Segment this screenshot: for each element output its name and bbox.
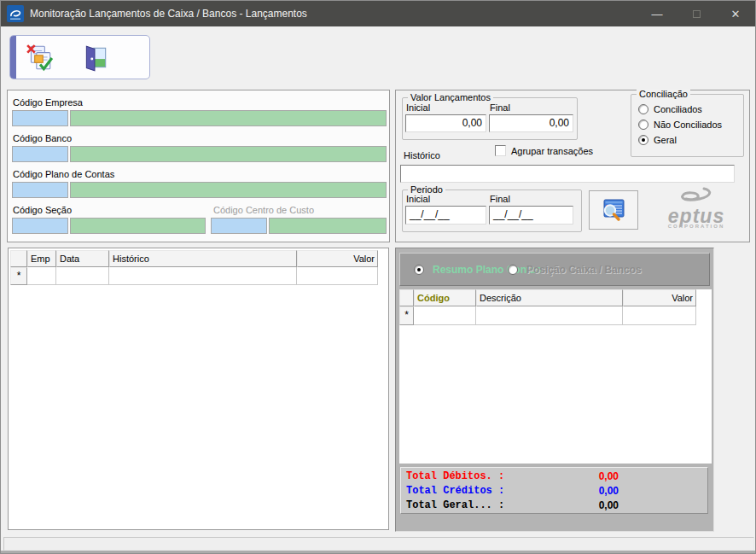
radio-conciliados[interactable]: [638, 104, 648, 114]
toolbar: [9, 35, 150, 79]
historico-label: Histórico: [404, 150, 440, 160]
app-logo-icon: [7, 5, 24, 22]
radio-nao-conciliados[interactable]: [638, 120, 648, 130]
total-creditos-value: 0,00: [550, 485, 619, 497]
resumo-cell-valor[interactable]: [623, 306, 696, 325]
total-debitos-value: 0,00: [550, 470, 619, 482]
empresa-desc-field[interactable]: [70, 110, 387, 126]
radio-nao-conciliados-label[interactable]: Não Conciliados: [654, 120, 722, 130]
centro-custo-label: Código Centro de Custo: [213, 205, 314, 215]
titlebar: Monitoração Lançamentos de Caixa / Banco…: [1, 1, 755, 26]
grid-cell-historico[interactable]: [109, 267, 297, 285]
tab-posicao-caixa-bancos[interactable]: Posição Caixa / Bancos: [526, 264, 642, 276]
grid-selector-header: [10, 250, 27, 267]
centro-custo-desc-field[interactable]: [269, 218, 387, 234]
centro-custo-code-field[interactable]: [211, 218, 267, 234]
maximize-icon: [693, 10, 701, 18]
resumo-selector-header: [399, 289, 414, 306]
plano-contas-label: Código Plano de Contas: [13, 169, 114, 179]
criteria-panel: Valor Lançamentos Inicial Final 0,00 0,0…: [395, 90, 750, 242]
grid-header-historico: Histórico: [109, 250, 297, 267]
grid-cell-data[interactable]: [56, 267, 109, 285]
periodo-final-label: Final: [490, 194, 510, 204]
agrupar-checkbox[interactable]: [495, 145, 506, 156]
resumo-panel: Resumo Plano Contas Posição Caixa / Banc…: [395, 248, 714, 532]
grid-header-valor: Valor: [297, 250, 378, 267]
eptus-logo: eptus CORPORATION: [652, 186, 741, 232]
radio-geral[interactable]: [638, 135, 648, 145]
periodo-final-input[interactable]: __/__/__: [489, 206, 573, 225]
radio-posicao-caixa-bancos[interactable]: [508, 265, 518, 275]
lancamentos-grid-panel: Emp Data Histórico Valor *: [8, 248, 389, 530]
exit-button[interactable]: [80, 43, 111, 73]
window-title: Monitoração Lançamentos de Caixa / Banco…: [30, 8, 307, 20]
periodo-inicial-label: Inicial: [406, 194, 430, 204]
view-toggle-bar: Resumo Plano Contas Posição Caixa / Banc…: [399, 253, 710, 286]
window-bottom-edge: [1, 551, 756, 554]
valor-final-label: Final: [490, 102, 510, 113]
search-list-icon: [600, 198, 627, 222]
periodo-group: Periodo Inicial Final __/__/__ __/__/__: [402, 190, 582, 232]
total-geral-label: Total Geral... :: [406, 499, 504, 514]
resumo-header-descricao: Descrição: [476, 289, 623, 306]
process-documents-icon: [25, 44, 54, 73]
radio-resumo-plano-contas[interactable]: [414, 265, 424, 275]
valor-lancamentos-legend: Valor Lançamentos: [408, 92, 493, 102]
grid-cell-emp[interactable]: [27, 267, 56, 285]
historico-input[interactable]: [400, 165, 735, 183]
secao-code-field[interactable]: [12, 218, 68, 234]
empresa-code-field[interactable]: [12, 110, 68, 126]
valor-final-input[interactable]: 0,00: [489, 114, 573, 132]
minimize-button[interactable]: —: [637, 1, 677, 26]
periodo-inicial-input[interactable]: __/__/__: [405, 206, 486, 225]
status-bar: [3, 537, 754, 551]
eptus-subtitle-text: CORPORATION: [652, 224, 741, 229]
maximize-button[interactable]: [677, 1, 716, 26]
search-preview-button[interactable]: [589, 190, 638, 230]
agrupar-label[interactable]: Agrupar transações: [511, 146, 593, 156]
banco-label: Código Banco: [13, 133, 72, 143]
total-geral-value: 0,00: [550, 499, 619, 511]
close-button[interactable]: ✕: [716, 1, 755, 26]
filter-panel: Código Empresa Código Banco Código Plano…: [7, 90, 390, 242]
radio-geral-label[interactable]: Geral: [654, 135, 677, 145]
plano-code-field[interactable]: [12, 182, 68, 198]
resumo-new-row-marker: *: [399, 306, 414, 325]
window-controls: — ✕: [637, 1, 755, 26]
grid-cell-valor[interactable]: [297, 267, 378, 285]
eptus-swoosh-icon: [677, 186, 716, 205]
eptus-brand-text: eptus: [652, 208, 741, 224]
banco-code-field[interactable]: [12, 146, 68, 162]
resumo-header-codigo: Código: [414, 289, 476, 306]
grid-header-data: Data: [56, 250, 109, 267]
total-creditos-label: Total Créditos :: [406, 485, 504, 499]
secao-desc-field[interactable]: [70, 218, 206, 234]
total-debitos-label: Total Débitos. :: [406, 470, 504, 485]
grid-header-emp: Emp: [27, 250, 56, 267]
toolbar-grip[interactable]: [10, 36, 16, 79]
valor-inicial-input[interactable]: 0,00: [405, 114, 486, 132]
conciliacao-group: Conciliação Conciliados Não Conciliados …: [631, 94, 744, 157]
secao-label: Código Seção: [13, 205, 72, 215]
banco-desc-field[interactable]: [70, 146, 387, 162]
totals-box: Total Débitos. : 0,00 Total Créditos : 0…: [400, 467, 708, 514]
resumo-cell-descricao[interactable]: [476, 306, 623, 325]
resumo-grid: Código Descrição Valor *: [399, 289, 712, 464]
valor-inicial-label: Inicial: [406, 102, 430, 113]
resumo-header-valor: Valor: [623, 289, 696, 306]
conciliacao-legend: Conciliação: [637, 89, 690, 99]
resumo-cell-codigo[interactable]: [414, 306, 476, 325]
tab-resumo-plano-contas[interactable]: Resumo Plano Contas: [433, 264, 541, 276]
radio-conciliados-label[interactable]: Conciliados: [654, 104, 702, 114]
exit-door-icon: [81, 44, 110, 73]
process-launch-button[interactable]: [24, 43, 55, 73]
plano-desc-field[interactable]: [70, 182, 387, 198]
valor-lancamentos-group: Valor Lançamentos Inicial Final 0,00 0,0…: [402, 97, 578, 140]
grid-new-row-marker: *: [10, 267, 27, 285]
app-window: Monitoração Lançamentos de Caixa / Banco…: [0, 0, 756, 554]
empresa-label: Código Empresa: [13, 97, 83, 108]
